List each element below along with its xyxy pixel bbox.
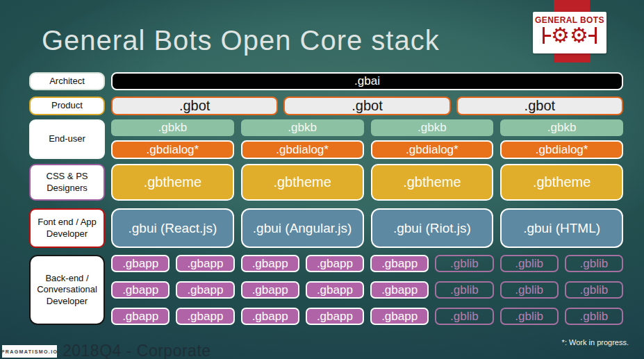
gbkb-box: .gbkb [241,119,364,136]
gblib-box: .gblib [435,281,493,299]
gbapp-box: .gbapp [176,308,234,325]
gbapp-box: .gbapp [111,255,170,272]
gblib-box: .gblib [500,255,559,272]
row-designers: CSS & PS Designers .gbtheme .gbtheme .gb… [29,164,623,201]
gbui-riot-box: .gbui (Riot.js) [371,208,494,248]
slide-canvas: General Bots Open Core stack GENERAL BOT… [0,0,644,359]
gblib-box: .gblib [435,255,493,272]
logo-gears: ⚙ ⚙ [543,25,597,46]
gbapp-box: .gbapp [370,281,429,299]
gear-icon: ⚙ [551,25,570,46]
gbot-box: .gbot [456,97,623,115]
row-product: Product .gbot .gbot .gbot [29,97,623,115]
gbapp-box: .gbapp [111,281,170,299]
gbui-html-box: .gbui (HTML) [500,208,623,248]
gblib-box: .gblib [565,281,623,299]
gbkb-box: .gbkb [111,119,234,136]
work-in-progress-note: *: Work in progress. [562,338,629,347]
right-bar-icon [595,27,597,44]
gbtheme-box: .gbtheme [241,164,364,201]
gblib-box: .gblib [565,255,623,272]
gbkb-box: .gbkb [500,119,623,136]
gbapp-box: .gbapp [176,281,234,299]
gbui-angular-box: .gbui (Angular.js) [241,208,364,248]
gbapp-box: .gbapp [306,255,364,272]
gbapp-box: .gbapp [370,255,429,272]
gbot-box: .gbot [111,97,278,115]
gblib-box: .gblib [500,281,559,299]
connector-icon [588,35,595,37]
gbdialog-box: .gbdialog* [111,140,234,159]
gbai-box: .gbai [111,72,623,90]
label-architect: Architect [29,72,105,90]
gblib-box: .gblib [435,308,493,325]
gbdialog-box: .gbdialog* [241,140,364,159]
gbdialog-box: .gbdialog* [500,140,623,159]
gbtheme-box: .gbtheme [371,164,494,201]
gear-icon: ⚙ [570,25,588,46]
gbapp-box: .gbapp [111,308,170,325]
gbapp-box: .gbapp [370,308,429,325]
label-frontend-developer: Font end / App Developer [29,208,105,248]
gbui-react-box: .gbui (React.js) [111,208,234,248]
page-title: General Bots Open Core stack [42,25,440,56]
gblib-box: .gblib [500,308,559,325]
gbtheme-box: .gbtheme [111,164,234,201]
stack-diagram: Architect .gbai Product .gbot .gbot .gbo… [29,72,623,325]
pragmatismo-badge: PRAGMATISMO.IO [2,345,57,358]
general-bots-logo: GENERAL BOTS ⚙ ⚙ [533,12,606,53]
row-backend: Back-end / Conversational Developer .gba… [29,255,623,325]
row-enduser: End-user .gbkb .gbkb .gbkb .gbkb .gbdial… [29,119,623,159]
gblib-box: .gblib [565,308,623,325]
gbot-box: .gbot [283,97,450,115]
gbapp-box: .gbapp [241,255,299,272]
gbdialog-box: .gbdialog* [371,140,494,159]
gbtheme-box: .gbtheme [500,164,623,201]
gbkb-box: .gbkb [371,119,494,136]
gbapp-box: .gbapp [176,255,234,272]
label-css-designers: CSS & PS Designers [29,164,105,201]
label-backend-developer: Back-end / Conversational Developer [29,255,105,325]
connector-icon [545,35,551,37]
label-enduser: End-user [29,119,105,159]
gbapp-box: .gbapp [306,308,364,325]
footer-caption: 2018Q4 - Corporate [63,342,211,359]
gbapp-box: .gbapp [241,281,299,299]
row-frontend: Font end / App Developer .gbui (React.js… [29,208,623,248]
gbapp-box: .gbapp [306,281,364,299]
label-product: Product [29,97,105,115]
gbapp-box: .gbapp [241,308,299,325]
row-architect: Architect .gbai [29,72,623,90]
